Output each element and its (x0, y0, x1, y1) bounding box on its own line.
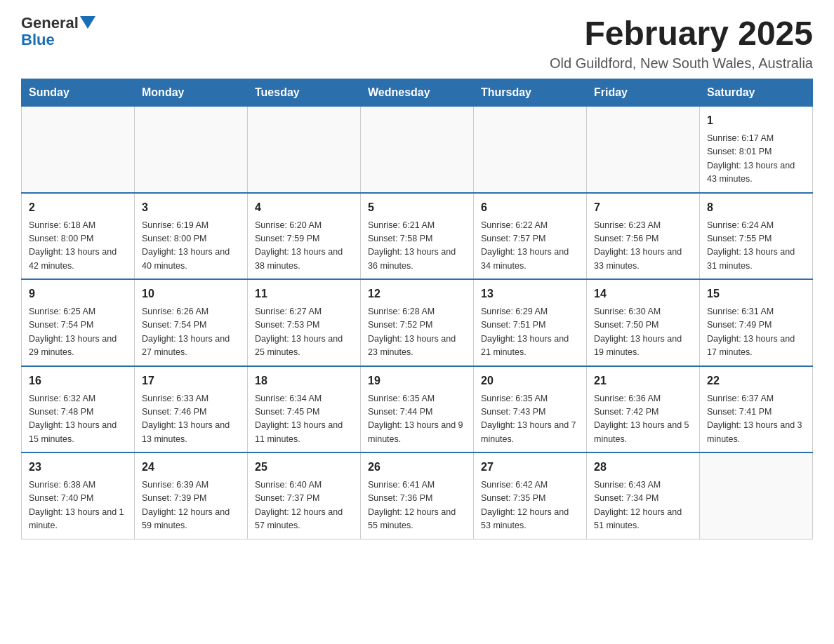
col-tuesday: Tuesday (248, 79, 361, 107)
table-row: 17Sunrise: 6:33 AMSunset: 7:46 PMDayligh… (135, 366, 248, 453)
day-info: Sunrise: 6:24 AMSunset: 7:55 PMDaylight:… (707, 219, 805, 274)
logo: General Blue (21, 14, 95, 49)
table-row (248, 107, 361, 193)
day-number: 2 (29, 199, 127, 216)
day-info: Sunrise: 6:37 AMSunset: 7:41 PMDaylight:… (707, 392, 805, 447)
day-number: 23 (29, 459, 127, 476)
table-row: 9Sunrise: 6:25 AMSunset: 7:54 PMDaylight… (22, 279, 135, 366)
table-row: 18Sunrise: 6:34 AMSunset: 7:45 PMDayligh… (248, 366, 361, 453)
calendar-title: February 2025 (550, 14, 813, 53)
day-number: 5 (368, 199, 466, 216)
table-row: 27Sunrise: 6:42 AMSunset: 7:35 PMDayligh… (474, 452, 587, 539)
col-sunday: Sunday (22, 79, 135, 107)
col-thursday: Thursday (474, 79, 587, 107)
col-wednesday: Wednesday (361, 79, 474, 107)
logo-blue-text: Blue (21, 31, 55, 49)
table-row: 3Sunrise: 6:19 AMSunset: 8:00 PMDaylight… (135, 193, 248, 280)
table-row (22, 107, 135, 193)
day-info: Sunrise: 6:40 AMSunset: 7:37 PMDaylight:… (255, 478, 353, 533)
day-info: Sunrise: 6:21 AMSunset: 7:58 PMDaylight:… (368, 219, 466, 274)
calendar-week-row: 1Sunrise: 6:17 AMSunset: 8:01 PMDaylight… (22, 107, 813, 193)
table-row: 28Sunrise: 6:43 AMSunset: 7:34 PMDayligh… (587, 452, 700, 539)
day-info: Sunrise: 6:19 AMSunset: 8:00 PMDaylight:… (142, 219, 240, 274)
col-monday: Monday (135, 79, 248, 107)
day-info: Sunrise: 6:17 AMSunset: 8:01 PMDaylight:… (707, 132, 805, 187)
day-number: 25 (255, 459, 353, 476)
day-number: 8 (707, 199, 805, 216)
day-info: Sunrise: 6:28 AMSunset: 7:52 PMDaylight:… (368, 305, 466, 360)
day-info: Sunrise: 6:41 AMSunset: 7:36 PMDaylight:… (368, 478, 466, 533)
day-number: 10 (142, 286, 240, 302)
day-number: 13 (481, 286, 579, 302)
day-info: Sunrise: 6:27 AMSunset: 7:53 PMDaylight:… (255, 305, 353, 360)
table-row (474, 107, 587, 193)
day-number: 17 (142, 373, 240, 389)
table-row (587, 107, 700, 193)
calendar-subtitle: Old Guildford, New South Wales, Australi… (550, 55, 813, 72)
day-number: 20 (481, 373, 579, 389)
logo-general-text: General (21, 14, 79, 32)
day-info: Sunrise: 6:26 AMSunset: 7:54 PMDaylight:… (142, 305, 240, 360)
title-block: February 2025 Old Guildford, New South W… (550, 14, 813, 72)
day-info: Sunrise: 6:18 AMSunset: 8:00 PMDaylight:… (29, 219, 127, 274)
calendar-week-row: 23Sunrise: 6:38 AMSunset: 7:40 PMDayligh… (22, 452, 813, 539)
table-row: 21Sunrise: 6:36 AMSunset: 7:42 PMDayligh… (587, 366, 700, 453)
day-info: Sunrise: 6:38 AMSunset: 7:40 PMDaylight:… (29, 478, 127, 533)
table-row (361, 107, 474, 193)
day-number: 6 (481, 199, 579, 216)
table-row: 14Sunrise: 6:30 AMSunset: 7:50 PMDayligh… (587, 279, 700, 366)
day-number: 24 (142, 459, 240, 476)
day-number: 1 (707, 112, 805, 129)
col-friday: Friday (587, 79, 700, 107)
calendar-week-row: 16Sunrise: 6:32 AMSunset: 7:48 PMDayligh… (22, 366, 813, 453)
day-number: 19 (368, 373, 466, 389)
day-number: 18 (255, 373, 353, 389)
table-row: 7Sunrise: 6:23 AMSunset: 7:56 PMDaylight… (587, 193, 700, 280)
day-number: 3 (142, 199, 240, 216)
day-info: Sunrise: 6:43 AMSunset: 7:34 PMDaylight:… (594, 478, 692, 533)
table-row: 26Sunrise: 6:41 AMSunset: 7:36 PMDayligh… (361, 452, 474, 539)
day-number: 22 (707, 373, 805, 389)
col-saturday: Saturday (700, 79, 813, 107)
day-info: Sunrise: 6:42 AMSunset: 7:35 PMDaylight:… (481, 478, 579, 533)
table-row: 12Sunrise: 6:28 AMSunset: 7:52 PMDayligh… (361, 279, 474, 366)
table-row: 22Sunrise: 6:37 AMSunset: 7:41 PMDayligh… (700, 366, 813, 453)
table-row: 23Sunrise: 6:38 AMSunset: 7:40 PMDayligh… (22, 452, 135, 539)
day-number: 27 (481, 459, 579, 476)
table-row: 19Sunrise: 6:35 AMSunset: 7:44 PMDayligh… (361, 366, 474, 453)
table-row: 13Sunrise: 6:29 AMSunset: 7:51 PMDayligh… (474, 279, 587, 366)
day-number: 14 (594, 286, 692, 302)
day-number: 26 (368, 459, 466, 476)
day-info: Sunrise: 6:29 AMSunset: 7:51 PMDaylight:… (481, 305, 579, 360)
table-row: 15Sunrise: 6:31 AMSunset: 7:49 PMDayligh… (700, 279, 813, 366)
table-row: 10Sunrise: 6:26 AMSunset: 7:54 PMDayligh… (135, 279, 248, 366)
day-info: Sunrise: 6:31 AMSunset: 7:49 PMDaylight:… (707, 305, 805, 360)
calendar-week-row: 9Sunrise: 6:25 AMSunset: 7:54 PMDaylight… (22, 279, 813, 366)
day-info: Sunrise: 6:23 AMSunset: 7:56 PMDaylight:… (594, 219, 692, 274)
calendar-table: Sunday Monday Tuesday Wednesday Thursday… (21, 79, 813, 539)
day-info: Sunrise: 6:39 AMSunset: 7:39 PMDaylight:… (142, 478, 240, 533)
day-info: Sunrise: 6:35 AMSunset: 7:44 PMDaylight:… (368, 392, 466, 447)
table-row: 16Sunrise: 6:32 AMSunset: 7:48 PMDayligh… (22, 366, 135, 453)
day-number: 16 (29, 373, 127, 389)
day-number: 7 (594, 199, 692, 216)
day-number: 28 (594, 459, 692, 476)
logo-triangle-icon (80, 16, 95, 32)
day-info: Sunrise: 6:36 AMSunset: 7:42 PMDaylight:… (594, 392, 692, 447)
day-info: Sunrise: 6:30 AMSunset: 7:50 PMDaylight:… (594, 305, 692, 360)
table-row: 2Sunrise: 6:18 AMSunset: 8:00 PMDaylight… (22, 193, 135, 280)
table-row: 25Sunrise: 6:40 AMSunset: 7:37 PMDayligh… (248, 452, 361, 539)
day-info: Sunrise: 6:34 AMSunset: 7:45 PMDaylight:… (255, 392, 353, 447)
day-info: Sunrise: 6:33 AMSunset: 7:46 PMDaylight:… (142, 392, 240, 447)
table-row: 5Sunrise: 6:21 AMSunset: 7:58 PMDaylight… (361, 193, 474, 280)
day-info: Sunrise: 6:20 AMSunset: 7:59 PMDaylight:… (255, 219, 353, 274)
day-info: Sunrise: 6:35 AMSunset: 7:43 PMDaylight:… (481, 392, 579, 447)
day-number: 9 (29, 286, 127, 302)
table-row: 20Sunrise: 6:35 AMSunset: 7:43 PMDayligh… (474, 366, 587, 453)
table-row: 4Sunrise: 6:20 AMSunset: 7:59 PMDaylight… (248, 193, 361, 280)
day-number: 12 (368, 286, 466, 302)
table-row: 24Sunrise: 6:39 AMSunset: 7:39 PMDayligh… (135, 452, 248, 539)
day-info: Sunrise: 6:32 AMSunset: 7:48 PMDaylight:… (29, 392, 127, 447)
table-row: 1Sunrise: 6:17 AMSunset: 8:01 PMDaylight… (700, 107, 813, 193)
table-row: 8Sunrise: 6:24 AMSunset: 7:55 PMDaylight… (700, 193, 813, 280)
